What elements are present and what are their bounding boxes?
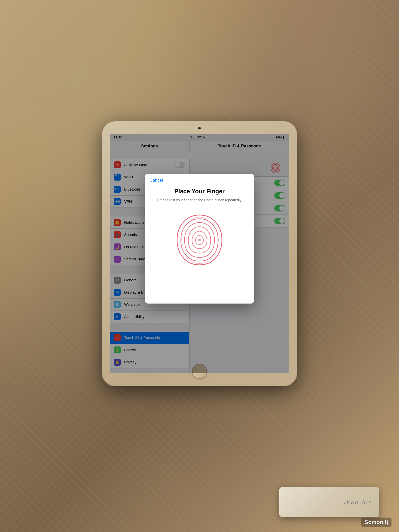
fingerprint-icon [175, 210, 224, 270]
ipad-screen-container: 11:21 Sun 12 Jan 20% ▌ Settings Touch ID… [110, 134, 289, 373]
modal-card: Cancel Place Your Finger Lift and rest y… [145, 174, 254, 304]
ipad-screen: 11:21 Sun 12 Jan 20% ▌ Settings Touch ID… [110, 134, 289, 373]
modal-overlay: Cancel Place Your Finger Lift and rest y… [110, 134, 289, 373]
svg-point-4 [198, 239, 201, 241]
modal-title: Place Your Finger [174, 188, 225, 195]
camera [198, 127, 201, 129]
modal-body: Place Your Finger Lift and rest your fin… [145, 183, 254, 304]
ipad-device: 11:21 Sun 12 Jan 20% ▌ Settings Touch ID… [102, 121, 297, 386]
cancel-button[interactable]: Cancel [145, 174, 254, 183]
watermark: Somon.tj [361, 518, 392, 527]
ipad-box-text: iPad Air [344, 498, 372, 506]
ipad-box: iPad Air [279, 487, 379, 517]
modal-subtitle: Lift and rest your finger on the Home bu… [157, 198, 242, 203]
